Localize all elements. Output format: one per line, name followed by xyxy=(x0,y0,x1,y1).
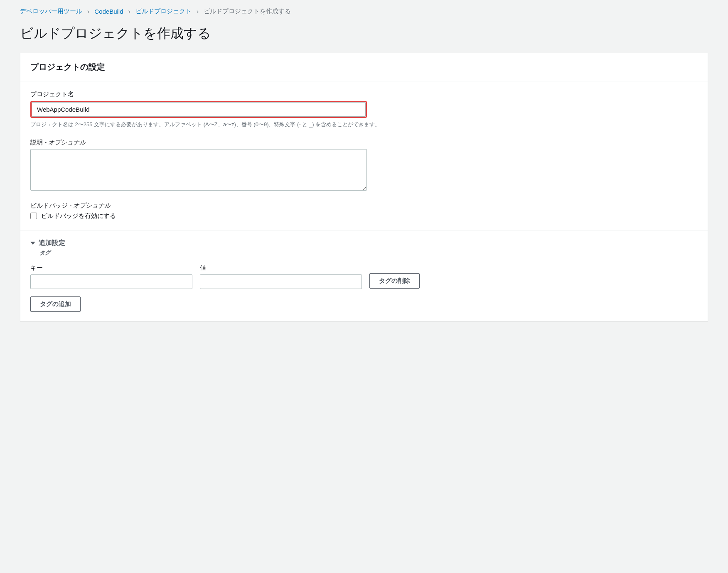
chevron-right-icon: › xyxy=(128,8,130,15)
delete-tag-button[interactable]: タグの削除 xyxy=(369,273,420,289)
divider xyxy=(20,230,708,230)
breadcrumb: デベロッパー用ツール › CodeBuild › ビルドプロジェクト › ビルド… xyxy=(0,0,728,15)
caret-down-icon xyxy=(30,242,35,245)
project-name-help: プロジェクト名は 2〜255 文字にする必要があります。アルファベット (A〜Z… xyxy=(30,120,698,129)
tag-key-input[interactable] xyxy=(30,274,192,289)
build-badge-label: ビルドバッジ - オプショナル xyxy=(30,202,698,210)
tag-key-col: キー xyxy=(30,264,192,289)
build-badge-label-text: ビルドバッジ - xyxy=(30,202,73,209)
tag-row: キー 値 タグの削除 xyxy=(30,264,698,289)
project-name-input[interactable] xyxy=(32,102,366,117)
panel-header: プロジェクトの設定 xyxy=(20,53,708,81)
chevron-right-icon: › xyxy=(87,8,89,15)
project-settings-panel: プロジェクトの設定 プロジェクト名 プロジェクト名は 2〜255 文字にする必要… xyxy=(20,53,708,321)
description-label-text: 説明 - xyxy=(30,139,48,146)
breadcrumb-build-projects[interactable]: ビルドプロジェクト xyxy=(135,7,192,15)
description-label: 説明 - オプショナル xyxy=(30,139,698,147)
build-badge-checkbox-label[interactable]: ビルドバッジを有効にする xyxy=(41,212,116,220)
project-name-highlight xyxy=(30,101,367,118)
panel-title: プロジェクトの設定 xyxy=(30,61,698,73)
panel-body: プロジェクト名 プロジェクト名は 2〜255 文字にする必要があります。アルファ… xyxy=(20,81,708,321)
description-group: 説明 - オプショナル xyxy=(30,139,698,192)
tag-key-label: キー xyxy=(30,264,192,272)
additional-settings-toggle[interactable]: 追加設定 xyxy=(30,239,698,247)
tag-delete-col: タグの削除 xyxy=(369,273,420,289)
build-badge-optional: オプショナル xyxy=(73,202,111,209)
tag-value-col: 値 xyxy=(200,264,362,289)
project-name-group: プロジェクト名 プロジェクト名は 2〜255 文字にする必要があります。アルファ… xyxy=(30,91,698,129)
build-badge-group: ビルドバッジ - オプショナル ビルドバッジを有効にする xyxy=(30,202,698,220)
add-tag-button[interactable]: タグの追加 xyxy=(30,296,81,312)
description-textarea[interactable] xyxy=(30,149,367,191)
breadcrumb-current: ビルドプロジェクトを作成する xyxy=(204,7,291,15)
tag-value-input[interactable] xyxy=(200,274,362,289)
chevron-right-icon: › xyxy=(197,8,199,15)
additional-settings-subtitle: タグ xyxy=(39,249,698,257)
additional-settings-title: 追加設定 xyxy=(39,239,65,247)
breadcrumb-codebuild[interactable]: CodeBuild xyxy=(94,8,123,15)
description-optional: オプショナル xyxy=(48,139,86,146)
project-name-label: プロジェクト名 xyxy=(30,91,698,98)
build-badge-checkbox[interactable] xyxy=(30,213,37,219)
tag-value-label: 値 xyxy=(200,264,362,272)
breadcrumb-dev-tools[interactable]: デベロッパー用ツール xyxy=(20,7,82,15)
build-badge-checkbox-row: ビルドバッジを有効にする xyxy=(30,212,698,220)
page-title: ビルドプロジェクトを作成する xyxy=(0,15,728,53)
